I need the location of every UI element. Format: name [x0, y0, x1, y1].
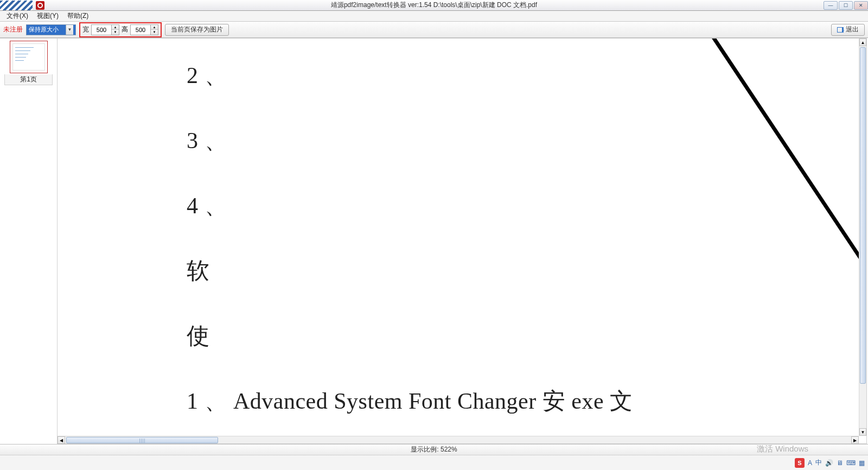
titlebar-decoration	[0, 1, 33, 10]
document-stroke	[636, 39, 859, 277]
scroll-right-button[interactable]: ▶	[851, 436, 859, 444]
taskbar: S A 中 🔊 🖥 ⌨ ▦	[0, 455, 868, 470]
app-icon	[36, 1, 44, 10]
size-mode-value: 保持原大小	[29, 26, 59, 34]
menu-file[interactable]: 文件(X)	[2, 10, 33, 22]
menu-help[interactable]: 帮助(Z)	[63, 10, 93, 22]
tray-display-icon[interactable]: 🖥	[837, 459, 843, 467]
save-page-label: 当前页保存为图片	[171, 25, 223, 34]
document-text-line: 1 、 Advanced System Font Changer 安 exe 文	[187, 386, 633, 416]
width-down-button[interactable]: ▼	[112, 30, 119, 35]
tray-grid-icon[interactable]: ▦	[859, 459, 865, 467]
document-text-line: 3 、	[187, 125, 227, 156]
close-button[interactable]: ✕	[854, 1, 868, 10]
chevron-down-icon: ▼	[66, 25, 73, 35]
ime-alpha-indicator[interactable]: A	[808, 459, 812, 467]
thumbnail-item[interactable]: 第1页	[4, 41, 53, 85]
save-page-as-image-button[interactable]: 当前页保存为图片	[165, 24, 229, 36]
scroll-left-button[interactable]: ◀	[58, 436, 65, 444]
window-title: 靖源pdf2image/text转换器 ver:1.54 D:\tools\桌面…	[331, 1, 537, 10]
zoom-status: 显示比例: 522%	[411, 445, 457, 454]
thumbnail-label: 第1页	[4, 74, 53, 85]
height-down-button[interactable]: ▼	[151, 30, 158, 35]
titlebar: 靖源pdf2image/text转换器 ver:1.54 D:\tools\桌面…	[0, 0, 868, 11]
tray-keyboard-icon[interactable]: ⌨	[846, 459, 856, 467]
unregistered-label: 未注册	[3, 25, 23, 34]
height-input[interactable]	[131, 25, 150, 35]
horizontal-scroll-thumb[interactable]	[66, 437, 218, 443]
document-text-line: 软	[187, 256, 210, 286]
vertical-scroll-thumb[interactable]	[860, 47, 866, 384]
height-label: 高	[122, 25, 128, 34]
ime-chinese-indicator[interactable]: 中	[815, 458, 822, 467]
document-viewer: 2 、3 、4 、软使1 、 Advanced System Font Chan…	[57, 38, 867, 444]
width-up-button[interactable]: ▲	[112, 25, 119, 30]
thumbnails-panel: 第1页	[0, 38, 57, 444]
document-text-line: 使	[187, 321, 210, 351]
dimensions-highlight: 宽 ▲ ▼ 高 ▲ ▼	[79, 22, 162, 37]
width-label: 宽	[82, 25, 89, 34]
svg-line-0	[707, 39, 859, 272]
workspace: 第1页 2 、3 、4 、软使1 、 Advanced System Font …	[0, 38, 868, 444]
vertical-scrollbar[interactable]: ▲ ▼	[859, 39, 866, 436]
horizontal-scrollbar[interactable]: ◀ ▶	[58, 436, 859, 443]
toolbar: 未注册 保持原大小 ▼ 宽 ▲ ▼ 高 ▲ ▼ 当前页保存为图片 退出	[0, 22, 868, 38]
exit-button[interactable]: 退出	[831, 24, 865, 36]
thumbnail-preview	[10, 41, 48, 73]
document-text-line: 4 、	[187, 190, 227, 221]
exit-icon	[837, 27, 844, 33]
ime-sogou-icon[interactable]: S	[795, 458, 805, 468]
tray-volume-icon[interactable]: 🔊	[825, 459, 833, 467]
width-input[interactable]	[92, 25, 111, 35]
size-mode-combo[interactable]: 保持原大小 ▼	[26, 24, 76, 35]
document-canvas[interactable]: 2 、3 、4 、软使1 、 Advanced System Font Chan…	[58, 39, 859, 436]
exit-label: 退出	[846, 25, 859, 34]
statusbar: 显示比例: 522%	[0, 444, 868, 455]
document-text-line: 2 、	[187, 60, 227, 91]
window-controls: — ☐ ✕	[822, 1, 868, 10]
maximize-button[interactable]: ☐	[839, 1, 853, 10]
menu-view[interactable]: 视图(Y)	[33, 10, 63, 22]
height-spinner[interactable]: ▲ ▼	[130, 24, 158, 35]
height-up-button[interactable]: ▲	[151, 25, 158, 30]
menubar: 文件(X) 视图(Y) 帮助(Z)	[0, 11, 868, 22]
scroll-down-button[interactable]: ▼	[859, 428, 866, 436]
scroll-up-button[interactable]: ▲	[859, 39, 866, 46]
minimize-button[interactable]: —	[824, 1, 838, 10]
width-spinner[interactable]: ▲ ▼	[91, 24, 119, 35]
